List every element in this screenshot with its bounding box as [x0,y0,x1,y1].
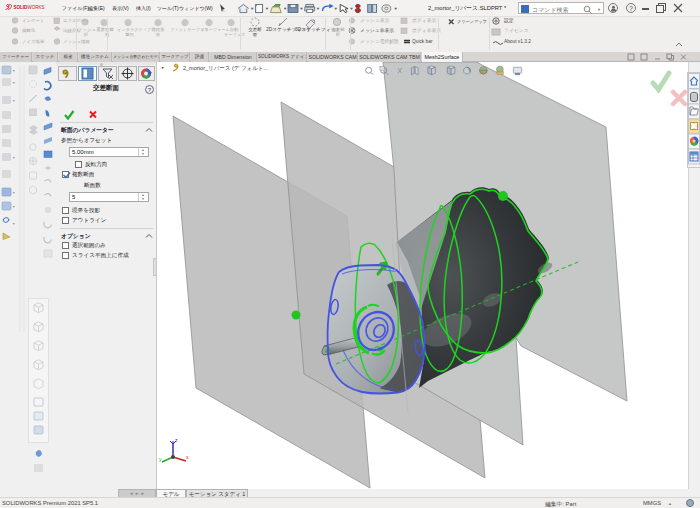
svg-text:▼: ▼ [12,99,15,103]
svg-text:▼: ▼ [299,7,304,12]
svg-text:·: · [390,70,391,74]
svg-text:▼: ▼ [333,7,338,12]
svg-text:▼: ▼ [12,191,15,195]
svg-text:▼: ▼ [393,7,398,12]
svg-text:·: · [421,70,422,74]
svg-text:·: · [507,70,508,74]
svg-text:WORKS: WORKS [28,5,45,10]
svg-text:▼: ▼ [12,222,15,226]
svg-text:·: · [491,70,492,74]
svg-text:SOLID: SOLID [14,5,29,10]
svg-text:·: · [374,70,375,74]
svg-text:▼: ▼ [283,7,288,12]
svg-text:·: · [439,70,440,74]
svg-text:▼: ▼ [265,7,270,12]
svg-text:▼: ▼ [316,7,321,12]
svg-text:▼: ▼ [12,81,15,85]
svg-text:·: · [405,70,406,74]
svg-text:▼: ▼ [12,69,15,73]
svg-text:▼: ▼ [349,7,354,12]
svg-text:▼: ▼ [12,156,15,160]
svg-text:▼: ▼ [12,205,15,209]
svg-text:▼: ▼ [250,7,255,12]
svg-text:·: · [474,70,475,74]
svg-text:·: · [459,70,460,74]
